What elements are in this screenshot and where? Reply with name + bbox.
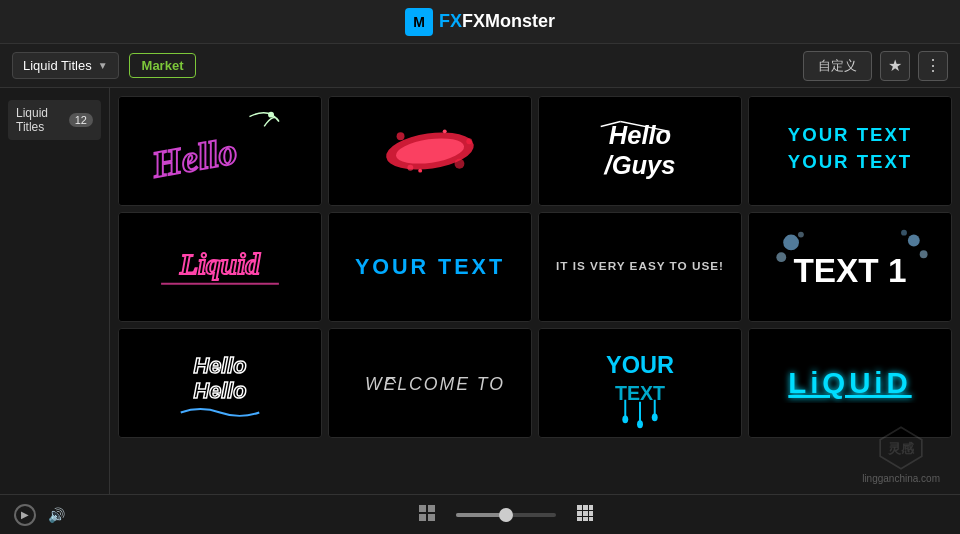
thumb-7: IT IS VERY EASY TO USE! (539, 213, 741, 321)
svg-rect-44 (428, 514, 435, 521)
svg-text:Hello: Hello (148, 130, 240, 185)
grid-item-4[interactable]: YOUR TEXT YOUR TEXT (748, 96, 952, 206)
svg-text:YOUR: YOUR (606, 352, 674, 378)
svg-point-23 (920, 250, 928, 258)
thumb-12: LiQUiD (749, 329, 951, 437)
star-icon: ★ (888, 56, 902, 75)
grid-view-large-button[interactable] (576, 504, 594, 526)
watermark-text: lingganchina.com (862, 473, 940, 484)
svg-text:/Guys: /Guys (604, 151, 676, 179)
play-icon: ▶ (21, 509, 29, 520)
svg-rect-43 (419, 514, 426, 521)
svg-rect-45 (577, 505, 582, 510)
svg-point-25 (901, 230, 907, 236)
favorite-button[interactable]: ★ (880, 51, 910, 81)
grid-large-icon (576, 504, 594, 522)
item12-svg: LiQUiD (749, 329, 951, 437)
app-logo: M FXFXMonster (405, 8, 555, 36)
thumb-11: YOUR TEXT (539, 329, 741, 437)
svg-text:TEXT 1: TEXT 1 (793, 252, 906, 289)
thumb-8: TEXT 1 (749, 213, 951, 321)
svg-text:IT IS VERY EASY TO USE!: IT IS VERY EASY TO USE! (556, 259, 724, 272)
main-content: Liquid Titles 12 Hello (0, 88, 960, 494)
customize-button[interactable]: 自定义 (803, 51, 872, 81)
svg-point-8 (443, 129, 447, 133)
grid-item-5[interactable]: Liquid (118, 212, 322, 322)
item4-svg: YOUR TEXT YOUR TEXT (749, 97, 951, 205)
grid-item-3[interactable]: Hello /Guys (538, 96, 742, 206)
header: M FXFXMonster (0, 0, 960, 44)
grid-item-10[interactable]: WELCOME TO (328, 328, 532, 438)
item10-svg: WELCOME TO (329, 329, 531, 437)
item5-svg: Liquid (119, 213, 321, 321)
chevron-down-icon: ▼ (98, 60, 108, 71)
svg-rect-53 (589, 517, 593, 521)
category-dropdown[interactable]: Liquid Titles ▼ (12, 52, 119, 79)
grid-item-11[interactable]: YOUR TEXT (538, 328, 742, 438)
sidebar-item-liquid-titles[interactable]: Liquid Titles 12 (8, 100, 101, 140)
thumb-5: Liquid (119, 213, 321, 321)
grid-item-7[interactable]: IT IS VERY EASY TO USE! (538, 212, 742, 322)
svg-point-36 (637, 420, 643, 428)
thumbnail-grid: Hello (118, 96, 952, 438)
svg-point-20 (783, 235, 799, 251)
grid-item-12[interactable]: LiQUiD (748, 328, 952, 438)
grid-item-1[interactable]: Hello (118, 96, 322, 206)
svg-text:YOUR TEXT: YOUR TEXT (355, 254, 505, 279)
category-label: Liquid Titles (23, 58, 92, 73)
svg-text:WELCOME TO: WELCOME TO (365, 374, 505, 394)
svg-rect-47 (589, 505, 593, 510)
size-slider[interactable] (456, 513, 556, 517)
grid-view-small-button[interactable] (418, 504, 436, 526)
toolbar-right: 自定义 ★ ⋮ (803, 51, 948, 81)
svg-rect-41 (419, 505, 426, 512)
item9-svg: Hello Hello (119, 329, 321, 437)
slider-track (456, 513, 556, 517)
sidebar: Liquid Titles 12 (0, 88, 110, 494)
sound-button[interactable]: 🔊 (48, 507, 65, 523)
svg-point-21 (776, 252, 786, 262)
grid-item-2[interactable] (328, 96, 532, 206)
logo-icon: M (405, 8, 433, 36)
svg-point-35 (622, 415, 628, 423)
ellipsis-icon: ⋮ (925, 56, 941, 75)
more-options-button[interactable]: ⋮ (918, 51, 948, 81)
svg-rect-48 (577, 511, 582, 516)
bottom-bar: ▶ 🔊 (0, 494, 960, 534)
svg-rect-52 (583, 517, 588, 521)
svg-point-1 (268, 112, 274, 118)
grid-item-9[interactable]: Hello Hello (118, 328, 322, 438)
grid-small-icon (418, 504, 436, 522)
svg-rect-51 (577, 517, 582, 521)
svg-point-5 (466, 138, 472, 144)
thumb-9: Hello Hello (119, 329, 321, 437)
play-button[interactable]: ▶ (14, 504, 36, 526)
svg-text:TEXT: TEXT (615, 382, 665, 404)
thumb-6: YOUR TEXT (329, 213, 531, 321)
svg-point-22 (908, 235, 920, 247)
svg-point-7 (455, 159, 465, 169)
sidebar-item-count: 12 (69, 113, 93, 127)
slider-thumb[interactable] (499, 508, 513, 522)
thumb-4: YOUR TEXT YOUR TEXT (749, 97, 951, 205)
market-tab[interactable]: Market (129, 53, 197, 78)
sidebar-item-label: Liquid Titles (16, 106, 69, 134)
svg-text:Hello: Hello (194, 378, 247, 403)
item8-svg: TEXT 1 (749, 213, 951, 321)
item7-svg: IT IS VERY EASY TO USE! (539, 213, 741, 321)
item6-svg: YOUR TEXT (329, 213, 531, 321)
svg-text:Liquid: Liquid (179, 248, 261, 280)
playback-controls: ▶ 🔊 (14, 504, 65, 526)
svg-text:YOUR TEXT: YOUR TEXT (788, 124, 912, 145)
thumb-3: Hello /Guys (539, 97, 741, 205)
svg-text:LiQUiD: LiQUiD (788, 366, 911, 399)
svg-rect-42 (428, 505, 435, 512)
watermark-logo-icon: 灵感 (876, 423, 926, 473)
svg-rect-49 (583, 511, 588, 516)
grid-item-8[interactable]: TEXT 1 (748, 212, 952, 322)
svg-text:Hello: Hello (194, 353, 247, 378)
thumb-1: Hello (119, 97, 321, 205)
svg-point-37 (652, 413, 658, 421)
svg-point-4 (397, 132, 405, 140)
grid-item-6[interactable]: YOUR TEXT (328, 212, 532, 322)
